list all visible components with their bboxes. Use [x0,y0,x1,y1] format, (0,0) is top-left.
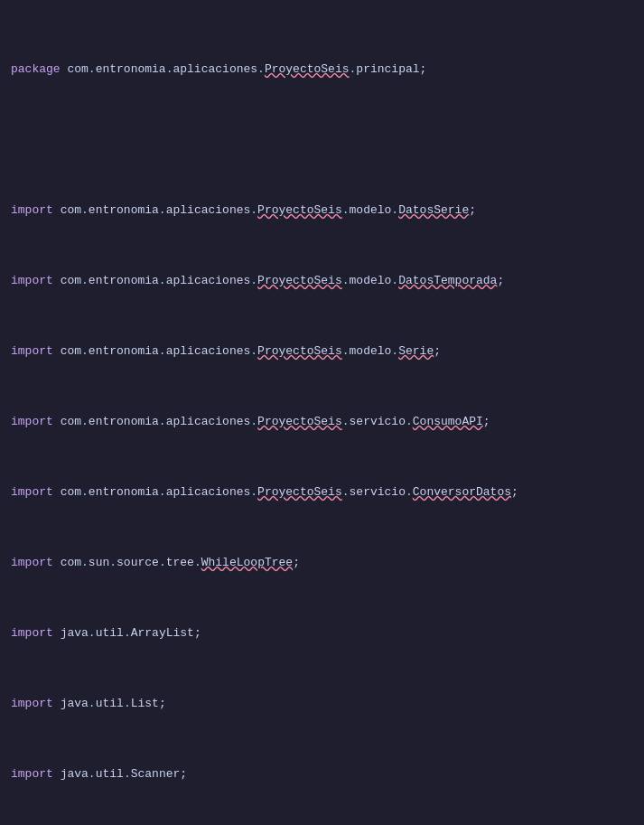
code-line-8: import com.sun.source.tree.WhileLoopTree… [0,554,644,572]
code-line-11: import java.util.Scanner; [0,765,644,783]
code-line-3: import com.entronomia.aplicaciones.Proye… [0,202,644,220]
code-line-5: import com.entronomia.aplicaciones.Proye… [0,342,644,361]
code-line-1: package com.entronomia.aplicaciones.Proy… [0,61,644,79]
code-line-7: import com.entronomia.aplicaciones.Proye… [0,483,644,502]
code-editor: package com.entronomia.aplicaciones.Proy… [0,0,644,825]
code-line-blank [0,131,644,149]
code-line-4: import com.entronomia.aplicaciones.Proye… [0,272,644,290]
code-line-9: import java.util.ArrayList; [0,624,644,642]
code-line-6: import com.entronomia.aplicaciones.Proye… [0,413,644,431]
code-line-10: import java.util.List; [0,695,644,713]
